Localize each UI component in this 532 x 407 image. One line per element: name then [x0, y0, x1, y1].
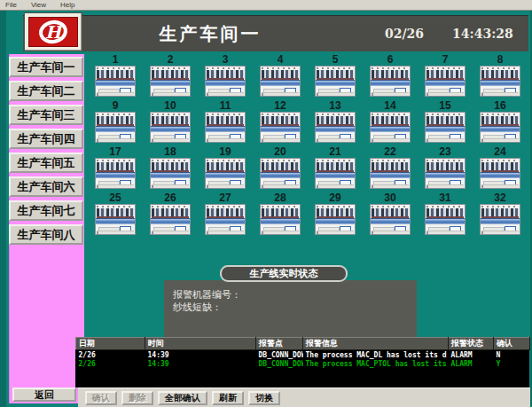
machine-icon-detail	[371, 172, 410, 178]
machine-icon-detail	[317, 113, 354, 115]
machine-cell[interactable]: 16	[473, 100, 528, 146]
toolbar-button[interactable]: 全部确认	[158, 391, 207, 405]
sidebar-item-workshop[interactable]: 生产车间二	[9, 81, 83, 101]
machine-number: 15	[418, 100, 473, 112]
toolbar-button[interactable]: 刷新	[212, 391, 244, 405]
page-title: 生产车间一	[135, 22, 286, 46]
toolbar-button[interactable]: 删除	[121, 391, 153, 405]
machine-cell[interactable]: 5	[308, 54, 363, 100]
sidebar: 生产车间一生产车间二生产车间三生产车间四生产车间五生产车间六生产车间七生产车间八	[9, 57, 83, 245]
sidebar-item-workshop[interactable]: 生产车间六	[9, 176, 83, 197]
machine-cell[interactable]: 24	[473, 146, 528, 192]
machine-icon-detail	[481, 162, 519, 172]
machine-number: 6	[363, 54, 418, 66]
machine-icon	[425, 112, 466, 143]
machine-icon-detail	[97, 184, 134, 188]
machine-icon	[260, 204, 301, 235]
machine-icon	[480, 204, 520, 235]
machine-icon-detail	[426, 160, 464, 161]
machine-icon-detail	[262, 162, 299, 172]
machine-icon-detail	[481, 126, 520, 132]
machine-icon-detail	[151, 172, 190, 178]
machine-cell[interactable]: 6	[363, 54, 418, 100]
machine-icon	[150, 112, 191, 143]
machine-icon-detail	[97, 67, 134, 69]
machine-icon	[95, 204, 136, 235]
machine-icon-detail	[152, 208, 189, 218]
sidebar-item-workshop[interactable]: 生产车间五	[9, 153, 83, 173]
machine-cell[interactable]: 23	[418, 146, 473, 192]
machine-icon	[480, 112, 520, 143]
machine-icon-detail	[262, 138, 299, 142]
status-line: 纱线短缺：	[173, 301, 417, 313]
machine-cell[interactable]: 3	[198, 54, 253, 100]
machine-icon	[95, 66, 136, 97]
machine-cell[interactable]: 8	[473, 54, 528, 100]
machine-icon-detail	[207, 231, 244, 234]
sidebar-item-workshop[interactable]: 生产车间一	[9, 57, 83, 77]
machine-icon-detail	[206, 218, 245, 224]
machine-cell[interactable]: 12	[253, 100, 308, 146]
machine-icon	[370, 204, 411, 235]
machine-icon-detail	[262, 184, 299, 188]
machine-cell[interactable]: 15	[418, 100, 473, 146]
machine-cell[interactable]: 29	[308, 192, 363, 239]
machine-icon-detail	[317, 160, 354, 161]
machine-cell[interactable]: 9	[88, 100, 143, 146]
machine-number: 31	[418, 192, 473, 204]
alarm-row[interactable]: 2/26 14:39 DB_CONN_DOWN The process MAC_…	[76, 350, 530, 360]
machine-cell[interactable]: 32	[473, 192, 528, 239]
machine-icon-detail	[207, 113, 244, 115]
menu-item[interactable]: File	[5, 0, 17, 11]
machine-cell[interactable]: 26	[143, 192, 198, 239]
machine-icon-detail	[317, 138, 354, 142]
machine-icon-detail	[426, 126, 465, 132]
machine-cell[interactable]: 17	[88, 146, 143, 192]
machine-cell[interactable]: 14	[363, 100, 418, 146]
machine-icon-detail	[207, 206, 244, 207]
machine-cell[interactable]: 25	[88, 192, 143, 239]
machine-cell[interactable]: 30	[363, 192, 418, 239]
menu-item[interactable]: View	[31, 0, 46, 11]
sidebar-item-workshop[interactable]: 生产车间七	[9, 200, 83, 221]
machine-cell[interactable]: 20	[253, 146, 308, 192]
machine-number: 14	[363, 100, 418, 112]
machine-cell[interactable]: 22	[363, 146, 418, 192]
machine-icon-detail	[317, 116, 354, 126]
machine-cell[interactable]: 13	[308, 100, 363, 146]
machine-cell[interactable]: 27	[198, 192, 253, 239]
sidebar-item-workshop[interactable]: 生产车间八	[9, 224, 83, 245]
machine-icon-detail	[207, 67, 244, 69]
sidebar-item-workshop[interactable]: 生产车间四	[9, 129, 83, 149]
machine-cell[interactable]: 2	[143, 54, 198, 100]
alarm-row[interactable]: 2/26 14:39 DB_CONN_DOWN The process MAC_…	[76, 359, 530, 368]
machine-icon	[150, 158, 191, 189]
machine-icon-detail	[481, 116, 519, 126]
sidebar-item-workshop[interactable]: 生产车间三	[9, 105, 83, 125]
machine-cell[interactable]: 7	[418, 54, 473, 100]
menu-item[interactable]: Help	[60, 0, 74, 11]
machine-number: 21	[308, 146, 363, 158]
machine-icon-detail	[97, 116, 134, 126]
toolbar-button[interactable]: 切换	[248, 391, 280, 405]
back-button[interactable]: 返回	[12, 387, 76, 402]
machine-icon-detail	[262, 70, 299, 80]
machine-number: 5	[308, 54, 363, 66]
machine-icon-detail	[317, 67, 354, 69]
machine-cell[interactable]: 11	[198, 100, 253, 146]
machine-cell[interactable]: 4	[253, 54, 308, 100]
machine-cell[interactable]: 31	[418, 192, 473, 239]
machine-cell[interactable]: 18	[143, 146, 198, 192]
machine-icon	[260, 158, 301, 189]
machine-icon-detail	[151, 218, 190, 224]
machine-cell[interactable]: 21	[308, 146, 363, 192]
machine-cell[interactable]: 10	[143, 100, 198, 146]
machine-cell[interactable]: 19	[198, 146, 253, 192]
machine-icon-detail	[152, 70, 189, 80]
machine-cell[interactable]: 1	[88, 54, 143, 100]
toolbar-button[interactable]: 确认	[85, 391, 117, 405]
machine-icon-detail	[426, 218, 465, 224]
machine-icon	[150, 204, 191, 235]
machine-icon	[205, 158, 246, 189]
machine-cell[interactable]: 28	[253, 192, 308, 239]
